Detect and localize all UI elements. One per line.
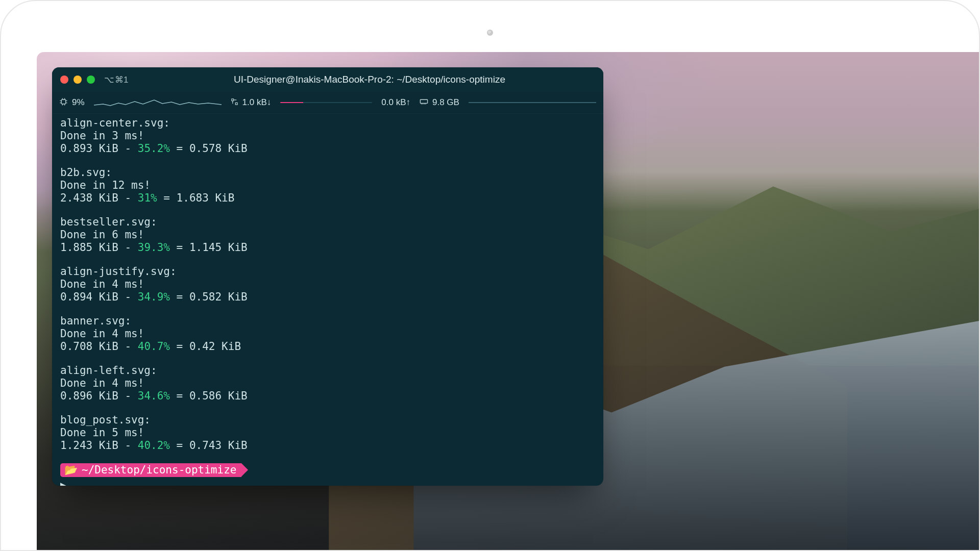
result-file: bestseller.svg: bbox=[60, 216, 157, 228]
result-block: align-justify.svg: Done in 4 ms! 0.894 K… bbox=[60, 265, 595, 304]
ram-stat: 9.8 GB bbox=[420, 97, 459, 108]
result-after: 0.42 KiB bbox=[189, 340, 241, 353]
tab-shortcut-hint: ⌥⌘1 bbox=[104, 74, 129, 85]
terminal-window[interactable]: ⌥⌘1 UI-Designer@Inakis-MacBook-Pro-2: ~/… bbox=[52, 67, 603, 486]
result-block: align-center.svg: Done in 3 ms! 0.893 Ki… bbox=[60, 117, 595, 155]
net-up-value: 0.0 kB↑ bbox=[381, 97, 410, 108]
result-before: 0.894 KiB bbox=[60, 291, 118, 303]
result-before: 0.708 KiB bbox=[60, 340, 118, 353]
result-done: Done in 5 ms! bbox=[60, 427, 144, 439]
result-file: b2b.svg: bbox=[60, 166, 112, 179]
folder-icon: 📂 bbox=[64, 464, 78, 477]
cpu-sparkline bbox=[94, 97, 222, 108]
result-file: align-justify.svg: bbox=[60, 265, 177, 278]
net-stat: 1.0 kB↓ bbox=[231, 97, 272, 108]
device-frame: ⌥⌘1 UI-Designer@Inakis-MacBook-Pro-2: ~/… bbox=[0, 0, 980, 551]
prompt-path: ~/Desktop/icons-optimize bbox=[82, 464, 236, 477]
result-after: 0.743 KiB bbox=[189, 439, 248, 452]
result-percent: 34.6% bbox=[138, 390, 170, 402]
window-title: UI-Designer@Inakis-MacBook-Pro-2: ~/Desk… bbox=[144, 74, 595, 85]
cpu-icon bbox=[59, 97, 68, 108]
minimize-icon[interactable] bbox=[74, 76, 82, 84]
result-file: align-center.svg: bbox=[60, 117, 170, 129]
svg-rect-1 bbox=[231, 98, 233, 101]
result-block: bestseller.svg: Done in 6 ms! 1.885 KiB … bbox=[60, 216, 595, 254]
result-percent: 34.9% bbox=[138, 291, 170, 303]
ram-icon bbox=[420, 98, 428, 108]
result-after: 1.145 KiB bbox=[189, 241, 248, 254]
desktop-wallpaper: ⌥⌘1 UI-Designer@Inakis-MacBook-Pro-2: ~/… bbox=[37, 52, 979, 550]
prompt-row: 📂~/Desktop/icons-optimize bbox=[60, 463, 595, 477]
prompt-path-chip: 📂~/Desktop/icons-optimize bbox=[60, 463, 241, 477]
result-percent: 39.3% bbox=[138, 241, 170, 254]
result-percent: 40.7% bbox=[138, 340, 170, 353]
result-block: b2b.svg: Done in 12 ms! 2.438 KiB - 31% … bbox=[60, 166, 595, 205]
net-down-line bbox=[280, 102, 372, 103]
status-bar: 9% 1.0 kB↓ 0.0 kB↑ bbox=[52, 92, 603, 114]
result-before: 2.438 KiB bbox=[60, 192, 118, 204]
result-done: Done in 4 ms! bbox=[60, 377, 144, 389]
result-done: Done in 3 ms! bbox=[60, 130, 144, 142]
cpu-stat: 9% bbox=[59, 97, 85, 108]
result-block: align-left.svg: Done in 4 ms! 0.896 KiB … bbox=[60, 364, 595, 403]
result-percent: 35.2% bbox=[138, 142, 170, 155]
result-after: 0.582 KiB bbox=[189, 291, 248, 303]
prompt-caret-icon: ▶ bbox=[60, 479, 67, 486]
result-file: banner.svg: bbox=[60, 315, 131, 327]
net-up-stat: 0.0 kB↑ bbox=[381, 97, 410, 108]
result-before: 1.243 KiB bbox=[60, 439, 118, 452]
network-icon bbox=[231, 98, 238, 108]
cpu-value: 9% bbox=[72, 97, 85, 108]
result-file: blog_post.svg: bbox=[60, 414, 151, 426]
result-after: 0.586 KiB bbox=[189, 390, 248, 402]
svg-rect-3 bbox=[420, 99, 427, 103]
close-icon[interactable] bbox=[60, 76, 68, 84]
terminal-body[interactable]: align-center.svg: Done in 3 ms! 0.893 Ki… bbox=[52, 114, 603, 486]
zoom-icon[interactable] bbox=[87, 76, 95, 84]
titlebar[interactable]: ⌥⌘1 UI-Designer@Inakis-MacBook-Pro-2: ~/… bbox=[52, 67, 603, 92]
svg-rect-2 bbox=[235, 103, 237, 105]
result-done: Done in 4 ms! bbox=[60, 278, 144, 290]
result-block: blog_post.svg: Done in 5 ms! 1.243 KiB -… bbox=[60, 414, 595, 452]
traffic-lights bbox=[60, 76, 95, 84]
result-done: Done in 6 ms! bbox=[60, 229, 144, 241]
result-after: 1.683 KiB bbox=[177, 192, 235, 204]
ram-line bbox=[469, 102, 596, 103]
prompt-input-line[interactable]: ▶ bbox=[60, 479, 595, 486]
result-done: Done in 12 ms! bbox=[60, 179, 151, 191]
result-percent: 31% bbox=[138, 192, 157, 204]
result-before: 1.885 KiB bbox=[60, 241, 118, 254]
result-file: align-left.svg: bbox=[60, 364, 157, 377]
camera-dot bbox=[487, 30, 493, 36]
result-after: 0.578 KiB bbox=[189, 142, 248, 155]
svg-rect-0 bbox=[61, 99, 66, 104]
result-percent: 40.2% bbox=[138, 439, 170, 452]
ram-value: 9.8 GB bbox=[432, 97, 459, 108]
result-block: banner.svg: Done in 4 ms! 0.708 KiB - 40… bbox=[60, 315, 595, 353]
result-before: 0.893 KiB bbox=[60, 142, 118, 155]
result-before: 0.896 KiB bbox=[60, 390, 118, 402]
result-done: Done in 4 ms! bbox=[60, 328, 144, 340]
net-down-value: 1.0 kB↓ bbox=[242, 97, 272, 108]
